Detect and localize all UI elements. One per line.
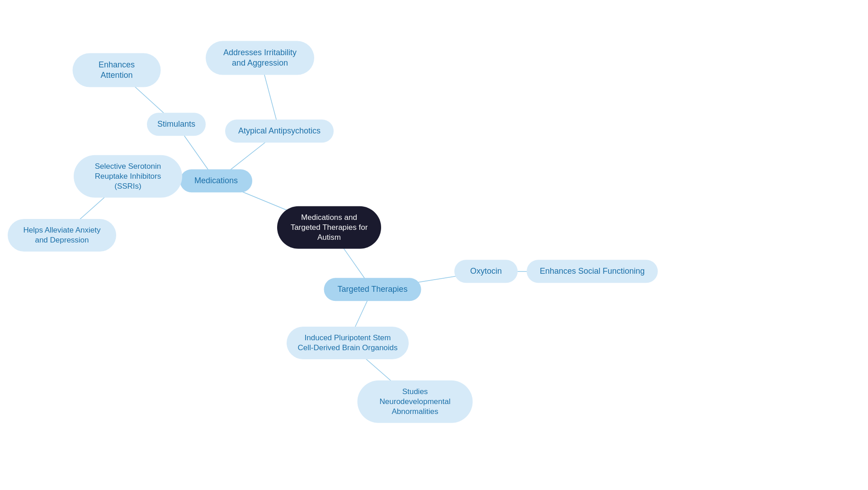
node-oxytocin: Oxytocin [454, 260, 518, 283]
node-ssri: Selective Serotonin Reuptake Inhibitors … [74, 155, 182, 198]
node-addresses: Addresses Irritability and Aggression [206, 41, 314, 75]
node-medications: Medications [180, 169, 252, 192]
node-stimulants: Stimulants [147, 113, 206, 136]
node-targeted: Targeted Therapies [324, 278, 421, 301]
node-helps-anxiety: Helps Alleviate Anxiety and Depression [8, 219, 116, 252]
node-stem-cell: Induced Pluripotent Stem Cell-Derived Br… [287, 327, 409, 359]
node-center: Medications and Targeted Therapies for A… [277, 206, 381, 249]
node-studies: Studies Neurodevelopmental Abnormalities [358, 381, 473, 423]
node-atypical: Atypical Antipsychotics [225, 119, 334, 143]
node-enhances-attention: Enhances Attention [73, 53, 161, 87]
node-enhances-social: Enhances Social Functioning [527, 260, 658, 283]
mindmap-container: Medications and Targeted Therapies for A… [0, 0, 868, 490]
